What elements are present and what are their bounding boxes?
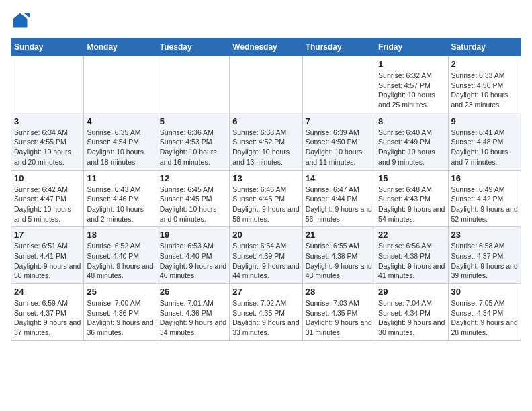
- day-number: 25: [87, 287, 153, 297]
- day-number: 28: [306, 287, 372, 297]
- calendar-day-cell: 12Sunrise: 6:45 AM Sunset: 4:45 PM Dayli…: [157, 170, 229, 227]
- day-number: 6: [232, 116, 299, 126]
- calendar-week-row: 10Sunrise: 6:42 AM Sunset: 4:47 PM Dayli…: [11, 170, 521, 227]
- calendar-week-row: 24Sunrise: 6:59 AM Sunset: 4:37 PM Dayli…: [11, 284, 521, 341]
- day-info: Sunrise: 6:59 AM Sunset: 4:37 PM Dayligh…: [14, 298, 81, 338]
- day-number: 3: [14, 116, 81, 126]
- day-info: Sunrise: 6:43 AM Sunset: 4:46 PM Dayligh…: [87, 185, 153, 224]
- weekday-header-cell: Saturday: [448, 38, 521, 56]
- day-info: Sunrise: 7:02 AM Sunset: 4:35 PM Dayligh…: [232, 298, 299, 338]
- calendar-day-cell: 15Sunrise: 6:48 AM Sunset: 4:43 PM Dayli…: [375, 170, 448, 227]
- calendar-day-cell: 5Sunrise: 6:36 AM Sunset: 4:53 PM Daylig…: [157, 113, 229, 170]
- calendar-day-cell: [230, 56, 302, 113]
- day-info: Sunrise: 7:05 AM Sunset: 4:34 PM Dayligh…: [451, 298, 518, 338]
- day-number: 30: [451, 287, 518, 297]
- calendar-table: SundayMondayTuesdayWednesdayThursdayFrid…: [11, 38, 521, 341]
- calendar-day-cell: 14Sunrise: 6:47 AM Sunset: 4:44 PM Dayli…: [302, 170, 375, 227]
- day-info: Sunrise: 6:45 AM Sunset: 4:45 PM Dayligh…: [160, 185, 226, 224]
- weekday-header-cell: Thursday: [302, 38, 375, 56]
- weekday-header-cell: Friday: [375, 38, 448, 56]
- day-number: 10: [14, 173, 81, 183]
- day-number: 17: [14, 230, 81, 240]
- calendar-day-cell: 17Sunrise: 6:51 AM Sunset: 4:41 PM Dayli…: [11, 227, 84, 284]
- svg-marker-0: [13, 13, 28, 28]
- calendar-day-cell: 20Sunrise: 6:54 AM Sunset: 4:39 PM Dayli…: [230, 227, 302, 284]
- day-info: Sunrise: 6:54 AM Sunset: 4:39 PM Dayligh…: [232, 241, 299, 281]
- calendar-day-cell: 21Sunrise: 6:55 AM Sunset: 4:38 PM Dayli…: [302, 227, 375, 284]
- day-info: Sunrise: 6:53 AM Sunset: 4:40 PM Dayligh…: [160, 241, 226, 281]
- weekday-header-cell: Tuesday: [157, 38, 229, 56]
- day-info: Sunrise: 6:32 AM Sunset: 4:57 PM Dayligh…: [378, 71, 445, 110]
- calendar-day-cell: [84, 56, 157, 113]
- weekday-header-cell: Sunday: [11, 38, 84, 56]
- calendar-day-cell: 29Sunrise: 7:04 AM Sunset: 4:34 PM Dayli…: [375, 284, 448, 341]
- calendar-day-cell: [302, 56, 375, 113]
- calendar-day-cell: 8Sunrise: 6:40 AM Sunset: 4:49 PM Daylig…: [375, 113, 448, 170]
- day-number: 27: [232, 287, 299, 297]
- day-info: Sunrise: 6:39 AM Sunset: 4:50 PM Dayligh…: [306, 128, 372, 167]
- logo-icon: [11, 11, 30, 30]
- day-info: Sunrise: 6:42 AM Sunset: 4:47 PM Dayligh…: [14, 185, 81, 224]
- day-info: Sunrise: 6:56 AM Sunset: 4:38 PM Dayligh…: [378, 241, 445, 281]
- page-header: [11, 11, 521, 30]
- calendar-day-cell: 16Sunrise: 6:49 AM Sunset: 4:42 PM Dayli…: [448, 170, 521, 227]
- calendar-day-cell: 1Sunrise: 6:32 AM Sunset: 4:57 PM Daylig…: [375, 56, 448, 113]
- calendar-day-cell: 19Sunrise: 6:53 AM Sunset: 4:40 PM Dayli…: [157, 227, 229, 284]
- day-number: 5: [160, 116, 226, 126]
- calendar-day-cell: 25Sunrise: 7:00 AM Sunset: 4:36 PM Dayli…: [84, 284, 157, 341]
- weekday-header-cell: Wednesday: [230, 38, 302, 56]
- day-number: 18: [87, 230, 153, 240]
- day-number: 20: [232, 230, 299, 240]
- day-number: 22: [378, 230, 445, 240]
- calendar-day-cell: 13Sunrise: 6:46 AM Sunset: 4:45 PM Dayli…: [230, 170, 302, 227]
- calendar-day-cell: 7Sunrise: 6:39 AM Sunset: 4:50 PM Daylig…: [302, 113, 375, 170]
- day-info: Sunrise: 6:48 AM Sunset: 4:43 PM Dayligh…: [378, 185, 445, 224]
- day-number: 2: [451, 59, 518, 69]
- calendar-day-cell: [157, 56, 229, 113]
- weekday-header-cell: Monday: [84, 38, 157, 56]
- day-info: Sunrise: 7:04 AM Sunset: 4:34 PM Dayligh…: [378, 298, 445, 338]
- calendar-day-cell: 11Sunrise: 6:43 AM Sunset: 4:46 PM Dayli…: [84, 170, 157, 227]
- calendar-day-cell: 27Sunrise: 7:02 AM Sunset: 4:35 PM Dayli…: [230, 284, 302, 341]
- day-info: Sunrise: 6:35 AM Sunset: 4:54 PM Dayligh…: [87, 128, 153, 167]
- day-number: 23: [451, 230, 518, 240]
- calendar-day-cell: 2Sunrise: 6:33 AM Sunset: 4:56 PM Daylig…: [448, 56, 521, 113]
- calendar-week-row: 3Sunrise: 6:34 AM Sunset: 4:55 PM Daylig…: [11, 113, 521, 170]
- day-info: Sunrise: 6:58 AM Sunset: 4:37 PM Dayligh…: [451, 241, 518, 281]
- day-number: 15: [378, 173, 445, 183]
- day-info: Sunrise: 6:49 AM Sunset: 4:42 PM Dayligh…: [451, 185, 518, 224]
- day-info: Sunrise: 7:00 AM Sunset: 4:36 PM Dayligh…: [87, 298, 153, 338]
- day-info: Sunrise: 6:55 AM Sunset: 4:38 PM Dayligh…: [306, 241, 372, 281]
- calendar-day-cell: 28Sunrise: 7:03 AM Sunset: 4:35 PM Dayli…: [302, 284, 375, 341]
- day-info: Sunrise: 6:47 AM Sunset: 4:44 PM Dayligh…: [306, 185, 372, 224]
- day-info: Sunrise: 6:34 AM Sunset: 4:55 PM Dayligh…: [14, 128, 81, 167]
- day-number: 11: [87, 173, 153, 183]
- day-number: 8: [378, 116, 445, 126]
- day-number: 7: [306, 116, 372, 126]
- calendar-day-cell: 30Sunrise: 7:05 AM Sunset: 4:34 PM Dayli…: [448, 284, 521, 341]
- day-number: 19: [160, 230, 226, 240]
- day-info: Sunrise: 6:46 AM Sunset: 4:45 PM Dayligh…: [232, 185, 299, 224]
- calendar-day-cell: 4Sunrise: 6:35 AM Sunset: 4:54 PM Daylig…: [84, 113, 157, 170]
- logo: [11, 11, 32, 30]
- day-info: Sunrise: 6:36 AM Sunset: 4:53 PM Dayligh…: [160, 128, 226, 167]
- calendar-day-cell: 18Sunrise: 6:52 AM Sunset: 4:40 PM Dayli…: [84, 227, 157, 284]
- calendar-body: 1Sunrise: 6:32 AM Sunset: 4:57 PM Daylig…: [11, 56, 521, 341]
- day-number: 24: [14, 287, 81, 297]
- day-number: 13: [232, 173, 299, 183]
- calendar-day-cell: 22Sunrise: 6:56 AM Sunset: 4:38 PM Dayli…: [375, 227, 448, 284]
- day-number: 14: [306, 173, 372, 183]
- calendar-day-cell: 24Sunrise: 6:59 AM Sunset: 4:37 PM Dayli…: [11, 284, 84, 341]
- calendar-day-cell: 10Sunrise: 6:42 AM Sunset: 4:47 PM Dayli…: [11, 170, 84, 227]
- day-number: 26: [160, 287, 226, 297]
- day-info: Sunrise: 6:52 AM Sunset: 4:40 PM Dayligh…: [87, 241, 153, 281]
- day-number: 9: [451, 116, 518, 126]
- day-info: Sunrise: 6:40 AM Sunset: 4:49 PM Dayligh…: [378, 128, 445, 167]
- day-number: 1: [378, 59, 445, 69]
- day-number: 21: [306, 230, 372, 240]
- calendar-day-cell: 26Sunrise: 7:01 AM Sunset: 4:36 PM Dayli…: [157, 284, 229, 341]
- day-info: Sunrise: 6:51 AM Sunset: 4:41 PM Dayligh…: [14, 241, 81, 281]
- day-number: 4: [87, 116, 153, 126]
- day-number: 29: [378, 287, 445, 297]
- day-info: Sunrise: 7:03 AM Sunset: 4:35 PM Dayligh…: [306, 298, 372, 338]
